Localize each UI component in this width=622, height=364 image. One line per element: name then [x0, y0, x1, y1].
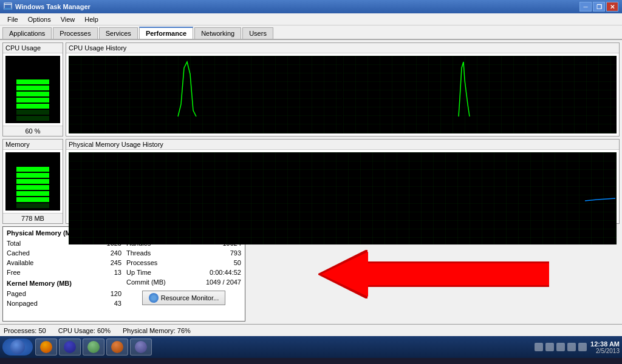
- resource-monitor-icon: [149, 293, 159, 303]
- kernel-nonpaged-value: 43: [114, 298, 121, 308]
- tab-processes[interactable]: Processes: [53, 27, 97, 39]
- phys-free-row: Free 13: [7, 268, 121, 277]
- mem-seg-5: [16, 179, 49, 184]
- window-controls[interactable]: ─ ❐ ✕: [579, 2, 618, 12]
- cpu-seg-5: [16, 92, 49, 96]
- tray-network-icon[interactable]: [535, 343, 543, 351]
- tray-battery-icon[interactable]: [556, 343, 565, 351]
- taskbar-firefox[interactable]: [35, 339, 57, 356]
- cpu-percent-label: 60 %: [3, 126, 63, 136]
- taskbar-ub[interactable]: [59, 339, 81, 356]
- menu-bar: File Options View Help: [0, 13, 622, 25]
- cpu-seg-7: [16, 79, 49, 84]
- system-uptime-label: Up Time: [126, 268, 151, 277]
- phys-total-label: Total: [7, 238, 21, 248]
- minimize-button[interactable]: ─: [579, 2, 592, 12]
- phys-cached-value: 240: [111, 248, 121, 258]
- kernel-paged-label: Paged: [7, 289, 26, 298]
- clock-time: 12:38 AM: [590, 340, 620, 348]
- memory-row: Memory 778 MB Physical Memory Usage Hist…: [2, 139, 620, 224]
- cpu-seg-4: [16, 98, 49, 103]
- restore-button[interactable]: ❐: [593, 2, 605, 12]
- kernel-memory-section: Kernel Memory (MB) Paged 120 Nonpaged 43: [7, 280, 121, 308]
- system-commit-row: Commit (MB) 1049 / 2047: [126, 277, 241, 287]
- mem-seg-4: [16, 185, 49, 190]
- system-threads-value: 793: [230, 248, 241, 258]
- memory-gauge-graph: [5, 152, 60, 211]
- system-uptime-value: 0:00:44:52: [210, 268, 241, 277]
- system-tray: 12:38 AM 2/5/2013: [535, 340, 620, 354]
- cpu-grid-right-svg: [343, 56, 617, 133]
- app-icon: [4, 2, 12, 11]
- clock-date: 2/5/2013: [590, 348, 620, 354]
- cpu-gauge-panel: CPU Usage 60 %: [2, 42, 63, 136]
- taskbar-media[interactable]: [130, 339, 152, 356]
- start-orb-icon: [10, 340, 25, 354]
- system-threads-label: Threads: [126, 248, 151, 258]
- resource-monitor-area: Resource Monitor...: [126, 291, 241, 305]
- status-cpu: CPU Usage: 60%: [58, 327, 123, 334]
- cpu-seg-2: [16, 110, 49, 115]
- cpu-seg-1: [16, 116, 49, 121]
- tray-volume-icon[interactable]: [545, 343, 554, 351]
- phys-free-value: 13: [114, 268, 121, 277]
- tab-users[interactable]: Users: [242, 27, 273, 39]
- cpu-history-panel: CPU Usage History: [66, 42, 620, 136]
- app-title: Windows Task Manager: [15, 3, 91, 10]
- menu-view[interactable]: View: [56, 15, 80, 24]
- arrow-annotation-area: [248, 226, 620, 322]
- svg-rect-1: [4, 4, 12, 5]
- system-processes-value: 50: [234, 258, 241, 268]
- close-button[interactable]: ✕: [606, 2, 618, 12]
- system-processes-row: Processes 50: [126, 258, 241, 268]
- main-content: CPU Usage 60 % CPU Usage History: [0, 40, 622, 324]
- kernel-nonpaged-row: Nonpaged 43: [7, 298, 121, 308]
- status-memory: Physical Memory: 76%: [123, 327, 203, 334]
- cpu-history-graph: [69, 56, 617, 133]
- memory-history-title: Physical Memory Usage History: [66, 140, 619, 150]
- taskbar: 12:38 AM 2/5/2013: [0, 336, 622, 358]
- mem-seg-6: [16, 173, 49, 178]
- tab-networking[interactable]: Networking: [194, 27, 241, 39]
- menu-help[interactable]: Help: [80, 15, 103, 24]
- menu-file[interactable]: File: [2, 15, 23, 24]
- kernel-paged-value: 120: [111, 289, 121, 298]
- memory-gauge-title: Memory: [3, 140, 63, 150]
- resource-monitor-label: Resource Monitor...: [161, 294, 219, 302]
- tab-applications[interactable]: Applications: [2, 27, 52, 39]
- status-bar: Processes: 50 CPU Usage: 60% Physical Me…: [0, 324, 622, 336]
- resource-monitor-button[interactable]: Resource Monitor...: [142, 291, 225, 305]
- ub-icon: [64, 341, 76, 353]
- tab-bar: Applications Processes Services Performa…: [0, 25, 622, 40]
- start-button[interactable]: [2, 339, 33, 356]
- tab-performance[interactable]: Performance: [139, 27, 193, 39]
- system-commit-label: Commit (MB): [126, 277, 166, 287]
- cpu-gauge-title: CPU Usage: [3, 43, 63, 53]
- phys-free-label: Free: [7, 268, 21, 277]
- cpu-grid-left-svg: [69, 56, 342, 133]
- cpu-seg-6: [16, 86, 49, 90]
- tray-speaker-icon[interactable]: [567, 343, 576, 351]
- red-arrow-svg: [318, 250, 549, 298]
- system-uptime-row: Up Time 0:00:44:52: [126, 268, 241, 277]
- svg-rect-4: [343, 56, 617, 133]
- mem-seg-3: [16, 191, 49, 196]
- tray-network2-icon[interactable]: [578, 343, 587, 351]
- media-icon: [135, 341, 147, 353]
- memory-mb-label: 778 MB: [3, 213, 63, 223]
- cpu-history-title: CPU Usage History: [66, 43, 619, 53]
- phys-cached-label: Cached: [7, 248, 30, 258]
- memory-history-panel: Physical Memory Usage History: [66, 139, 620, 224]
- menu-options[interactable]: Options: [23, 15, 56, 24]
- svg-rect-3: [69, 56, 342, 133]
- phys-available-row: Available 245: [7, 258, 121, 268]
- cpu-row: CPU Usage 60 % CPU Usage History: [2, 42, 620, 136]
- clock-area: 12:38 AM 2/5/2013: [590, 340, 620, 354]
- taskbar-paint[interactable]: [106, 339, 128, 356]
- status-processes: Processes: 50: [4, 327, 58, 334]
- title-bar: Windows Task Manager ─ ❐ ✕: [0, 0, 622, 13]
- mem-seg-7: [16, 167, 49, 172]
- tab-services[interactable]: Services: [99, 27, 138, 39]
- taskbar-desktop[interactable]: [83, 339, 104, 356]
- cpu-seg-3: [16, 104, 49, 109]
